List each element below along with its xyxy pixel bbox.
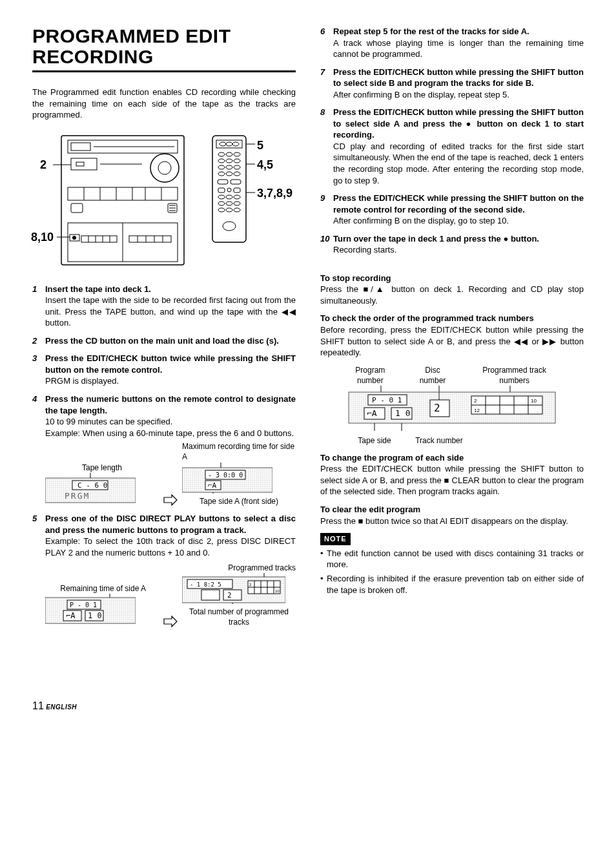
step-2: 2 Press the CD button on the main unit a…	[32, 335, 296, 347]
programmed-tracks-label: Programmed tracks	[182, 563, 296, 573]
svg-point-41	[226, 152, 232, 156]
svg-rect-53	[231, 180, 241, 184]
svg-rect-96	[201, 590, 220, 600]
svg-point-37	[220, 142, 226, 146]
svg-point-49	[218, 172, 225, 176]
step-1: 1 Insert the tape into deck 1. Insert th…	[32, 284, 296, 329]
step-heading: Press the EDIT/CHECK while pressing the …	[333, 193, 584, 214]
steps-left-list: 1 Insert the tape into deck 1. Insert th…	[32, 284, 296, 628]
callout-4-5: 4,5	[257, 157, 273, 172]
svg-point-24	[72, 236, 76, 240]
change-program-head: To change the program of each side	[320, 452, 584, 464]
svg-point-39	[232, 142, 239, 146]
step-num: 1	[32, 284, 45, 329]
step-10: 10 Turn over the tape in deck 1 and pres…	[320, 233, 584, 256]
total-prog-tracks-label: Total number of programmed tracks	[182, 607, 296, 627]
svg-text:C - 6 0: C - 6 0	[77, 481, 107, 490]
svg-text:PRGM: PRGM	[65, 491, 90, 501]
tape-length-display: C - 6 0 PRGM	[45, 473, 136, 504]
step-num: 5	[32, 513, 45, 627]
check-order-text: Before recording, press the EDIT/CHECK b…	[320, 324, 584, 359]
step-heading: Press the EDIT/CHECK button while pressi…	[333, 107, 584, 140]
equipment-diagram: 2 8,10 5 4,5 3,7,8,9	[32, 132, 296, 268]
step-5: 5 Press one of the DISC DIRECT PLAY butt…	[32, 513, 296, 627]
step-text: Insert the tape with the side to be reco…	[45, 295, 296, 328]
arrow-icon	[163, 494, 178, 506]
intro-paragraph: The Programmed edit function enables CD …	[32, 87, 296, 121]
step-6: 6 Repeat step 5 for the rest of the trac…	[320, 26, 584, 60]
callout-2: 2	[40, 157, 46, 172]
svg-rect-54	[218, 188, 225, 193]
step-num: 8	[320, 107, 333, 186]
svg-rect-35	[212, 136, 246, 242]
step-num: 10	[320, 233, 333, 256]
step-num: 3	[32, 353, 45, 387]
svg-rect-97	[223, 590, 241, 600]
step-text: A track whose playing time is longer tha…	[333, 38, 584, 59]
remaining-display: P - 0 1 ⌐A 1 0	[45, 594, 136, 625]
tape-side-a-label: Tape side A (front side)	[182, 496, 296, 506]
title-line-1: PROGRAMMED EDIT	[32, 25, 231, 47]
svg-point-63	[218, 208, 225, 212]
svg-text:12: 12	[474, 408, 480, 413]
svg-point-66	[223, 222, 236, 231]
svg-point-55	[227, 188, 231, 192]
svg-rect-2	[71, 143, 90, 151]
check-order-display: P - 0 1 ⌐A 1 0 2 2 10 12	[336, 386, 568, 432]
svg-point-44	[226, 159, 232, 163]
page-number: 11	[32, 700, 44, 711]
step-text: Recording starts.	[333, 245, 396, 255]
step-8: 8 Press the EDIT/CHECK button while pres…	[320, 107, 584, 186]
svg-point-43	[218, 159, 225, 163]
step-heading: Press one of the DISC DIRECT PLAY button…	[45, 514, 296, 535]
step-num: 6	[320, 26, 333, 60]
svg-text:⌐A: ⌐A	[66, 611, 76, 620]
step-9: 9 Press the EDIT/CHECK while pressing th…	[320, 193, 584, 227]
label-tape-side: Tape side	[342, 435, 407, 446]
step-text: After confirming B on the display, repea…	[333, 90, 509, 99]
page-footer: 11 ENGLISH	[32, 699, 584, 713]
step-text: PRGM is displayed.	[45, 376, 119, 386]
svg-point-47	[226, 165, 232, 169]
max-recording-label: Maximum recording time for side A	[182, 441, 296, 462]
tape-length-label: Tape length	[45, 463, 159, 473]
note-badge: NOTE	[320, 533, 351, 545]
title-rule	[32, 70, 296, 72]
svg-point-48	[234, 165, 240, 169]
step-num: 4	[32, 393, 45, 506]
page-title: PROGRAMMED EDIT RECORDING	[32, 26, 296, 67]
label-program-number: Program number	[344, 365, 396, 386]
arrow-icon	[163, 615, 178, 628]
svg-text:1 0: 1 0	[395, 408, 410, 418]
steps-right-list: 6 Repeat step 5 for the rest of the trac…	[320, 26, 584, 256]
stop-recording-head: To stop recording	[320, 273, 584, 284]
stop-recording-text: Press the ■/▲ button on deck 1. Recordin…	[320, 284, 584, 306]
svg-rect-56	[234, 188, 240, 193]
check-order-head: To check the order of the programmed tra…	[320, 313, 584, 324]
svg-rect-52	[218, 180, 228, 184]
step-heading: Press the CD button on the main unit and…	[45, 336, 279, 346]
step-4: 4 Press the numeric buttons on the remot…	[32, 393, 296, 506]
clear-program-text: Press the ■ button twice so that AI EDIT…	[320, 516, 584, 527]
title-line-2: RECORDING	[32, 46, 154, 67]
svg-point-59	[234, 195, 240, 199]
svg-point-61	[226, 202, 232, 205]
note-item: Recording is inhibited if the erasure pr…	[320, 573, 584, 596]
svg-point-62	[234, 202, 240, 205]
note-list: The edit function cannot be used with di…	[320, 548, 584, 596]
step-heading: Press the numeric buttons on the remote …	[45, 394, 296, 415]
note-item: The edit function cannot be used with di…	[320, 548, 584, 570]
svg-point-8	[158, 162, 171, 174]
step-text: Example: To select the 10th track of dis…	[45, 536, 296, 558]
svg-point-60	[218, 202, 225, 205]
svg-text:- 3 0:0 0: - 3 0:0 0	[208, 472, 243, 479]
remaining-label: Remaining time of side A	[45, 583, 159, 594]
svg-text:2: 2	[227, 591, 232, 599]
callout-8-10: 8,10	[31, 229, 54, 245]
svg-text:2: 2	[474, 398, 477, 404]
svg-text:⌐A: ⌐A	[367, 408, 377, 418]
step-3: 3 Press the EDIT/CHECK button twice whil…	[32, 353, 296, 387]
svg-rect-5	[76, 162, 84, 166]
step-heading: Press the EDIT/CHECK button while pressi…	[333, 67, 584, 89]
change-program-text: Press the EDIT/CHECK button while pressi…	[320, 463, 584, 497]
